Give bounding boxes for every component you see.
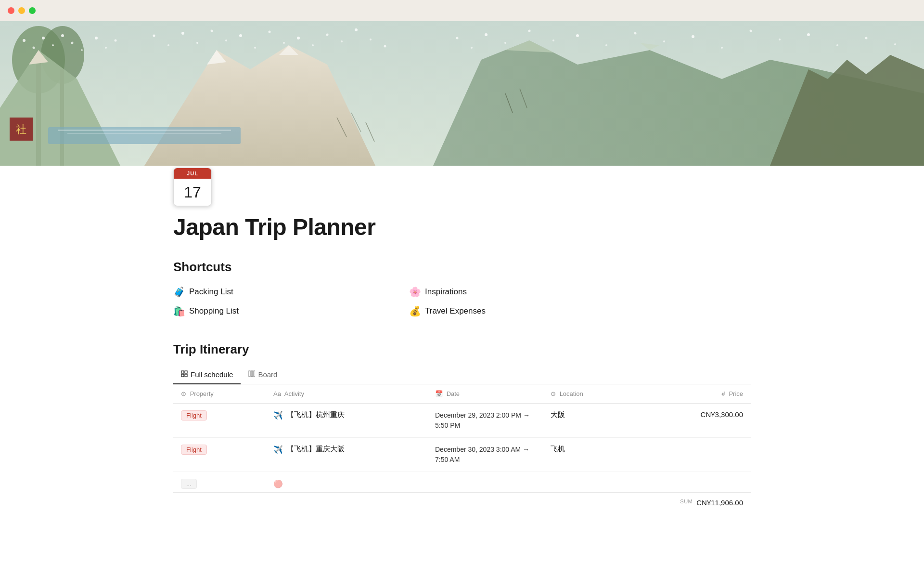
- svg-rect-70: [185, 371, 187, 373]
- svg-point-62: [865, 37, 868, 39]
- shortcuts-grid: 🧳 Packing List 🌸 Inspirations 🛍️ Shoppin…: [173, 284, 606, 319]
- row1-activity-text: 【飞机】杭州重庆: [287, 410, 345, 420]
- inspirations-label: Inspirations: [425, 287, 467, 297]
- svg-point-38: [341, 40, 343, 42]
- svg-point-60: [807, 33, 810, 36]
- svg-point-47: [471, 47, 473, 49]
- hero-artwork: 社: [0, 21, 924, 166]
- tab-full-schedule[interactable]: Full schedule: [173, 367, 241, 384]
- hero-banner: 社: [0, 21, 924, 166]
- svg-point-36: [312, 44, 314, 46]
- row3-property: ...: [173, 472, 266, 492]
- svg-point-12: [95, 37, 98, 39]
- itinerary-title: Trip Itinerary: [173, 342, 751, 357]
- svg-point-13: [105, 47, 107, 49]
- row2-activity-emoji: ✈️: [273, 445, 283, 454]
- svg-point-34: [283, 42, 285, 44]
- row3-date: [427, 472, 543, 492]
- tab-board-label: Board: [258, 370, 277, 379]
- shortcut-travel-expenses[interactable]: 💰 Travel Expenses: [409, 303, 606, 319]
- svg-point-63: [894, 43, 896, 45]
- inspirations-icon: 🌸: [409, 286, 421, 298]
- svg-point-26: [167, 44, 169, 46]
- shortcut-shopping-list[interactable]: 🛍️ Shopping List: [173, 303, 371, 319]
- traffic-light-yellow[interactable]: [18, 7, 25, 14]
- svg-rect-75: [254, 371, 255, 377]
- col-header-price: # Price: [635, 384, 751, 404]
- location-col-icon: ⊙: [551, 390, 556, 397]
- row2-date: December 30, 2023 3:00 AM → 7:50 AM: [427, 438, 543, 472]
- row1-property-tag: Flight: [181, 410, 207, 420]
- svg-point-35: [297, 37, 300, 39]
- svg-point-59: [779, 39, 781, 40]
- col-header-location: ⊙ Location: [543, 384, 635, 404]
- svg-point-58: [750, 30, 752, 32]
- svg-point-41: [384, 45, 386, 48]
- svg-point-50: [528, 30, 531, 32]
- col-activity-label: Activity: [284, 390, 304, 397]
- full-schedule-icon: [181, 370, 188, 379]
- svg-text:社: 社: [16, 123, 26, 135]
- table-row[interactable]: Flight ✈️ 【飞机】重庆大阪 December 30, 2023 3:0…: [173, 438, 751, 472]
- itinerary-section: Trip Itinerary Full schedule: [173, 342, 751, 512]
- row3-location: [543, 472, 635, 492]
- tab-full-schedule-label: Full schedule: [191, 370, 233, 379]
- titlebar: [0, 0, 924, 21]
- svg-point-51: [552, 39, 554, 41]
- calendar-day: 17: [184, 184, 201, 201]
- calendar-month: JUL: [187, 171, 198, 176]
- property-col-icon: ⊙: [181, 390, 186, 397]
- traffic-light-red[interactable]: [8, 7, 14, 14]
- svg-point-30: [225, 39, 227, 41]
- svg-point-46: [456, 37, 459, 39]
- shortcuts-section: Shortcuts 🧳 Packing List 🌸 Inspirations …: [173, 260, 751, 319]
- table-row[interactable]: ... 🔴: [173, 472, 751, 492]
- itinerary-table: ⊙ Property Aa Activity 📅 Date ⊙: [173, 384, 751, 492]
- row3-activity-emoji: 🔴: [273, 479, 283, 488]
- row1-activity-emoji: ✈️: [273, 411, 283, 420]
- shopping-list-icon: 🛍️: [173, 305, 185, 317]
- tab-board[interactable]: Board: [241, 367, 285, 384]
- col-price-label: Price: [729, 390, 743, 397]
- svg-point-11: [81, 49, 83, 51]
- row3-price: [635, 472, 751, 492]
- svg-point-52: [576, 34, 579, 37]
- row2-activity: ✈️ 【飞机】重庆大阪: [266, 438, 427, 472]
- row3-property-tag: ...: [181, 479, 197, 489]
- svg-point-7: [42, 37, 45, 39]
- svg-point-9: [61, 34, 64, 37]
- row1-property: Flight: [173, 404, 266, 438]
- svg-point-40: [370, 39, 372, 40]
- col-header-activity: Aa Activity: [266, 384, 427, 404]
- svg-point-14: [115, 39, 117, 42]
- table-row[interactable]: Flight ✈️ 【飞机】杭州重庆 December 29, 2023 2:0…: [173, 404, 751, 438]
- row2-price: [635, 438, 751, 472]
- row1-activity: ✈️ 【飞机】杭州重庆: [266, 404, 427, 438]
- svg-rect-71: [181, 374, 184, 377]
- svg-point-53: [605, 44, 607, 46]
- traffic-light-green[interactable]: [29, 7, 36, 14]
- svg-point-57: [721, 47, 723, 49]
- shortcut-inspirations[interactable]: 🌸 Inspirations: [409, 284, 606, 300]
- svg-point-28: [196, 42, 198, 44]
- col-date-label: Date: [447, 390, 460, 397]
- svg-rect-73: [249, 371, 250, 377]
- sum-bar: SUM CN¥11,906.00: [173, 492, 751, 512]
- price-col-icon: #: [722, 390, 725, 397]
- col-header-property: ⊙ Property: [173, 384, 266, 404]
- row2-activity-text: 【飞机】重庆大阪: [287, 445, 345, 454]
- travel-expenses-icon: 💰: [409, 305, 421, 317]
- svg-point-37: [326, 34, 329, 36]
- svg-rect-69: [181, 371, 184, 373]
- svg-point-55: [663, 40, 665, 42]
- svg-rect-21: [58, 130, 231, 131]
- row1-location: 大阪: [543, 404, 635, 438]
- shortcuts-title: Shortcuts: [173, 260, 751, 275]
- svg-point-31: [239, 34, 242, 37]
- travel-expenses-label: Travel Expenses: [425, 306, 486, 316]
- board-icon: [248, 370, 255, 379]
- svg-point-27: [181, 32, 184, 35]
- shortcut-packing-list[interactable]: 🧳 Packing List: [173, 284, 371, 300]
- packing-list-icon: 🧳: [173, 286, 185, 298]
- row2-property-tag: Flight: [181, 445, 207, 455]
